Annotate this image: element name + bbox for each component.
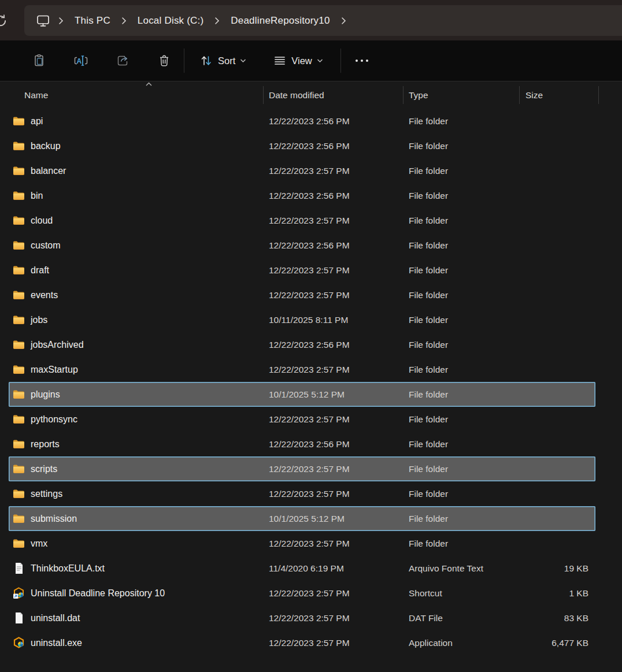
file-row[interactable]: maxStartup 12/22/2023 2:57 PM File folde… (9, 357, 595, 382)
file-row[interactable]: custom 12/22/2023 2:56 PM File folder (9, 233, 595, 258)
file-name: events (31, 290, 58, 300)
file-row[interactable]: scripts 12/22/2023 2:57 PM File folder (9, 456, 595, 481)
file-name: uninstall.exe (31, 638, 82, 648)
column-header-row: Name Date modified Type Size (9, 81, 599, 109)
file-row[interactable]: jobs 10/11/2025 8:11 PM File folder (9, 307, 595, 332)
sort-button[interactable]: Sort (191, 48, 254, 73)
file-row[interactable]: backup 12/22/2023 2:56 PM File folder (9, 133, 595, 158)
paste-button[interactable] (27, 48, 52, 73)
file-date-modified: 12/22/2023 2:57 PM (269, 216, 409, 226)
view-button[interactable]: View (265, 48, 331, 73)
folder-icon (13, 140, 25, 152)
file-row[interactable]: draft 12/22/2023 2:57 PM File folder (9, 258, 595, 283)
file-name: balancer (31, 166, 66, 176)
file-row[interactable]: bin 12/22/2023 2:56 PM File folder (9, 183, 595, 208)
file-date-modified: 12/22/2023 2:57 PM (269, 539, 409, 549)
folder-icon (13, 413, 25, 425)
delete-button[interactable] (151, 48, 177, 73)
column-divider[interactable] (403, 86, 403, 104)
file-type: File folder (409, 141, 525, 151)
sort-icon (199, 54, 213, 68)
file-date-modified: 12/22/2023 2:57 PM (269, 290, 409, 300)
column-divider[interactable] (519, 86, 520, 104)
folder-icon (13, 488, 25, 500)
column-header-size[interactable]: Size (525, 90, 595, 101)
file-row[interactable]: pythonsync 12/22/2023 2:57 PM File folde… (9, 407, 595, 432)
refresh-icon[interactable] (0, 13, 8, 28)
file-name: cloud (31, 216, 53, 226)
column-divider[interactable] (598, 86, 599, 104)
folder-icon (13, 339, 25, 351)
file-date-modified: 10/1/2025 5:12 PM (269, 514, 409, 524)
file-row[interactable]: api 12/22/2023 2:56 PM File folder (9, 109, 595, 133)
file-type: File folder (409, 464, 525, 474)
file-date-modified: 12/22/2023 2:57 PM (269, 613, 409, 623)
folder-icon (13, 289, 25, 301)
file-row[interactable]: settings 12/22/2023 2:57 PM File folder (9, 481, 595, 506)
file-name: uninstall.dat (31, 613, 80, 623)
svg-text:A: A (77, 57, 82, 65)
file-name: plugins (31, 389, 60, 400)
view-label: View (291, 55, 312, 66)
file-row[interactable]: uninstall.exe 12/22/2023 2:57 PM Applica… (9, 630, 595, 655)
file-row[interactable]: submission 10/1/2025 5:12 PM File folder (9, 506, 595, 531)
column-header-type[interactable]: Type (409, 90, 525, 101)
file-date-modified: 12/22/2023 2:57 PM (269, 265, 409, 276)
column-header-name[interactable]: Name (9, 90, 269, 101)
file-name: scripts (31, 464, 57, 474)
file-size: 19 KB (525, 563, 592, 574)
file-row[interactable]: balancer 12/22/2023 2:57 PM File folder (9, 158, 595, 183)
file-name: jobsArchived (31, 340, 84, 350)
file-type: File folder (409, 439, 525, 450)
share-icon (116, 54, 129, 68)
file-name: settings (31, 489, 62, 499)
file-row[interactable]: jobsArchived 12/22/2023 2:56 PM File fol… (9, 332, 595, 357)
file-row[interactable]: plugins 10/1/2025 5:12 PM File folder (9, 382, 595, 407)
share-button[interactable] (110, 48, 135, 73)
chevron-right-icon[interactable] (121, 17, 127, 25)
folder-icon (13, 388, 25, 400)
chevron-right-icon[interactable] (214, 17, 220, 25)
file-size: 6,477 KB (525, 638, 592, 648)
file-row[interactable]: events 12/22/2023 2:57 PM File folder (9, 283, 595, 307)
file-row[interactable]: Uninstall Deadline Repository 10 12/22/2… (9, 581, 595, 606)
rename-button[interactable]: A (68, 48, 94, 73)
file-type: Application (409, 638, 525, 648)
file-row[interactable]: reports 12/22/2023 2:56 PM File folder (9, 432, 595, 456)
chevron-down-icon (317, 58, 323, 63)
view-icon (273, 54, 287, 68)
file-name: custom (31, 240, 61, 251)
file-type: File folder (409, 539, 525, 549)
file-row[interactable]: vmx 12/22/2023 2:57 PM File folder (9, 531, 595, 556)
file-row[interactable]: cloud 12/22/2023 2:57 PM File folder (9, 208, 595, 233)
file-type: File folder (409, 265, 525, 276)
breadcrumb-deadlinerepository10[interactable]: DeadlineRepository10 (225, 12, 335, 30)
file-name: pythonsync (31, 414, 77, 425)
file-date-modified: 12/22/2023 2:57 PM (269, 588, 409, 599)
more-ellipsis-icon (356, 60, 368, 62)
command-toolbar: A Sort (0, 40, 622, 81)
application-icon (13, 637, 25, 649)
file-size: 1 KB (525, 588, 592, 599)
breadcrumb-local-disk-c[interactable]: Local Disk (C:) (132, 12, 209, 30)
file-type: File folder (409, 116, 525, 127)
chevron-right-icon (58, 17, 64, 25)
breadcrumb-this-pc[interactable]: This PC (69, 12, 116, 30)
file-name: jobs (31, 315, 47, 325)
folder-icon (13, 438, 25, 450)
file-type: File folder (409, 340, 525, 350)
column-header-date-modified[interactable]: Date modified (269, 90, 409, 101)
file-type: File folder (409, 216, 525, 226)
rename-icon: A (73, 54, 88, 68)
file-name: draft (31, 265, 49, 276)
file-date-modified: 12/22/2023 2:56 PM (269, 141, 409, 151)
trash-icon (157, 54, 171, 68)
column-divider[interactable] (263, 86, 264, 104)
chevron-right-icon[interactable] (341, 17, 346, 25)
more-options-button[interactable] (349, 48, 375, 73)
address-bar[interactable]: This PC Local Disk (C:) DeadlineReposito… (24, 5, 622, 36)
file-name: maxStartup (31, 365, 78, 375)
file-row[interactable]: uninstall.dat 12/22/2023 2:57 PM DAT Fil… (9, 606, 595, 630)
file-name: backup (31, 141, 61, 151)
file-row[interactable]: ThinkboxEULA.txt 11/4/2020 6:19 PM Arqui… (9, 556, 595, 581)
